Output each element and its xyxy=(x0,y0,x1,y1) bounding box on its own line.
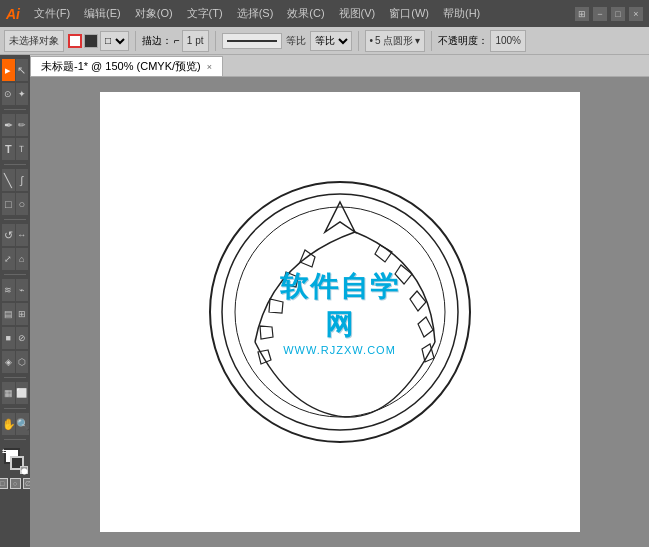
title-bar: Ai 文件(F) 编辑(E) 对象(O) 文字(T) 选择(S) 效果(C) 视… xyxy=(0,0,649,27)
menu-view[interactable]: 视图(V) xyxy=(333,4,382,23)
column-chart-tool[interactable]: ▦ xyxy=(2,382,15,404)
color-swatches: ⇆ ⬤ xyxy=(2,448,28,474)
stroke-mode-icon[interactable]: ○ xyxy=(10,478,21,489)
width-tool[interactable]: ⌁ xyxy=(16,279,29,301)
document-tab[interactable]: 未标题-1* @ 150% (CMYK/预览) × xyxy=(30,56,223,76)
rotate-tools: ↺ ↔ xyxy=(2,224,28,246)
tool-separator-4 xyxy=(4,274,26,275)
stroke-color-swatch[interactable] xyxy=(84,34,98,48)
svg-point-0 xyxy=(210,182,470,442)
mesh-tool[interactable]: ⊞ xyxy=(16,303,29,325)
ellipse-tool[interactable]: ○ xyxy=(16,193,29,215)
warp-tool[interactable]: ≋ xyxy=(2,279,15,301)
paintbucket-tool[interactable]: ▤ xyxy=(2,303,15,325)
live-paint-tool[interactable]: ⬡ xyxy=(16,351,29,373)
gradient-tools: ■ ⊘ xyxy=(2,327,28,349)
line-tool[interactable]: ╲ xyxy=(2,169,15,191)
magic-wand-tool[interactable]: ✦ xyxy=(16,83,29,105)
gradient-tool[interactable]: ■ xyxy=(2,327,15,349)
brush-label: 5 点圆形 xyxy=(375,34,413,48)
fill-tools: ▤ ⊞ xyxy=(2,303,28,325)
toolbar-separator-2 xyxy=(215,31,216,51)
tab-label: 未标题-1* @ 150% (CMYK/预览) xyxy=(41,59,201,74)
tool-separator-5 xyxy=(4,377,26,378)
stroke-group: 描边： ⌐ 1 pt xyxy=(142,30,209,52)
tool-separator-1 xyxy=(4,109,26,110)
tab-close-button[interactable]: × xyxy=(207,62,212,72)
menu-effect[interactable]: 效果(C) xyxy=(281,4,330,23)
rotate-tool[interactable]: ↺ xyxy=(2,224,15,246)
none-mode-icon[interactable]: ∅ xyxy=(23,478,31,489)
stroke-type-select[interactable]: 等比 xyxy=(310,31,352,51)
selection-indicator: 未选择对象 xyxy=(4,30,64,52)
pen-tools: ✒ ✏ xyxy=(2,114,28,136)
main-area: ▸ ↖ ⊙ ✦ ✒ ✏ T Ｔ ╲ ∫ □ ○ ↺ ↔ ⤢ xyxy=(0,55,649,547)
zoom-tool[interactable]: 🔍 xyxy=(16,413,29,435)
brush-icon: • xyxy=(370,35,374,46)
window-close[interactable]: × xyxy=(629,7,643,21)
menu-object[interactable]: 对象(O) xyxy=(129,4,179,23)
opacity-value: 100% xyxy=(495,35,521,46)
menu-help[interactable]: 帮助(H) xyxy=(437,4,486,23)
selection-label: 未选择对象 xyxy=(9,34,59,48)
opacity-label: 不透明度： xyxy=(438,34,488,48)
tab-bar: 未标题-1* @ 150% (CMYK/预览) × xyxy=(30,55,649,77)
artboard-tool[interactable]: ⬜ xyxy=(16,382,29,404)
menu-bar[interactable]: 文件(F) 编辑(E) 对象(O) 文字(T) 选择(S) 效果(C) 视图(V… xyxy=(28,4,486,23)
tool-separator-2 xyxy=(4,164,26,165)
menu-select[interactable]: 选择(S) xyxy=(231,4,280,23)
arc-tool[interactable]: ∫ xyxy=(16,169,29,191)
hand-tool[interactable]: ✋ xyxy=(2,413,15,435)
svg-marker-4 xyxy=(283,272,298,287)
fill-stroke-mode-icons: □ ○ ∅ xyxy=(0,478,30,489)
stroke-line-sample[interactable] xyxy=(222,33,282,49)
stroke-style-select[interactable]: □ xyxy=(100,31,129,51)
rect-tool[interactable]: □ xyxy=(2,193,15,215)
tool-separator-3 xyxy=(4,219,26,220)
warp-tools: ≋ ⌁ xyxy=(2,279,28,301)
opacity-value-field[interactable]: 100% xyxy=(490,30,526,52)
type-tool[interactable]: T xyxy=(2,138,15,160)
canvas-area: 未标题-1* @ 150% (CMYK/预览) × xyxy=(30,55,649,547)
fill-mode-icon[interactable]: □ xyxy=(0,478,8,489)
stroke-type-label: 等比 xyxy=(286,34,306,48)
pen-tool[interactable]: ✒ xyxy=(2,114,15,136)
eyedropper-tool[interactable]: ⊘ xyxy=(16,327,29,349)
swap-icon[interactable]: ⇆ xyxy=(2,448,8,456)
area-type-tool[interactable]: Ｔ xyxy=(16,138,29,160)
menu-file[interactable]: 文件(F) xyxy=(28,4,76,23)
scale-tool[interactable]: ⤢ xyxy=(2,248,15,270)
menu-edit[interactable]: 编辑(E) xyxy=(78,4,127,23)
tool-separator-6 xyxy=(4,408,26,409)
brush-selector[interactable]: • 5 点圆形 ▾ xyxy=(365,30,426,52)
app-logo: Ai xyxy=(6,6,20,22)
stroke-value: 1 pt xyxy=(187,35,204,46)
shear-tool[interactable]: ⌂ xyxy=(16,248,29,270)
lasso-tool[interactable]: ⊙ xyxy=(2,83,15,105)
fill-color-swatch[interactable] xyxy=(68,34,82,48)
toolbar-separator-3 xyxy=(358,31,359,51)
direct-selection-tool[interactable]: ↖ xyxy=(16,59,29,81)
selection-tool[interactable]: ▸ xyxy=(2,59,15,81)
canvas-background[interactable]: 软件自学网 WWW.RJZXW.COM xyxy=(30,77,649,547)
document-canvas: 软件自学网 WWW.RJZXW.COM xyxy=(100,92,580,532)
window-controls[interactable]: ⊞ − □ × xyxy=(575,7,643,21)
window-maximize[interactable]: □ xyxy=(611,7,625,21)
shape-tools: ╲ ∫ xyxy=(2,169,28,191)
tools-panel: ▸ ↖ ⊙ ✦ ✒ ✏ T Ｔ ╲ ∫ □ ○ ↺ ↔ ⤢ xyxy=(0,55,30,547)
reflect-tool[interactable]: ↔ xyxy=(16,224,29,246)
blend-tool[interactable]: ◈ xyxy=(2,351,15,373)
window-minimize[interactable]: − xyxy=(593,7,607,21)
chart-artboard-tools: ▦ ⬜ xyxy=(2,382,28,404)
menu-type[interactable]: 文字(T) xyxy=(181,4,229,23)
toolbar-separator-4 xyxy=(431,31,432,51)
stroke-value-field[interactable]: 1 pt xyxy=(182,30,209,52)
menu-window[interactable]: 窗口(W) xyxy=(383,4,435,23)
window-grid-icon[interactable]: ⊞ xyxy=(575,7,589,21)
svg-marker-5 xyxy=(269,299,283,313)
pencil-tool[interactable]: ✏ xyxy=(16,114,29,136)
fill-stroke-group: □ xyxy=(68,31,129,51)
default-colors-icon[interactable]: ⬤ xyxy=(20,466,28,474)
artwork-svg xyxy=(200,172,480,452)
blend-tools: ◈ ⬡ xyxy=(2,351,28,373)
